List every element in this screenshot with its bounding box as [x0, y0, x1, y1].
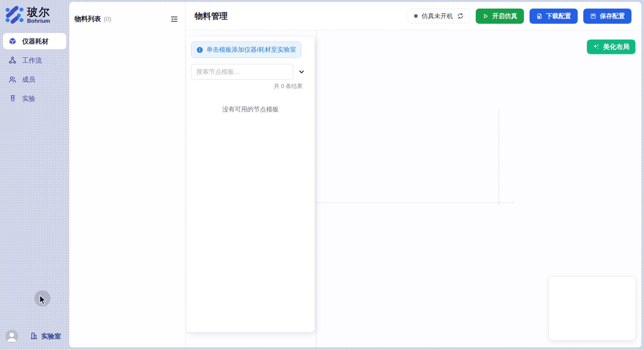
content-area: 物料列表 (0) 物料管理 仿真未开机 [69, 2, 641, 347]
save-config-label: 保存配置 [600, 12, 625, 20]
empty-templates-text: 没有可用的节点模板 [191, 105, 310, 114]
start-simulation-label: 开启仿真 [492, 12, 517, 20]
layout-canvas[interactable]: 单击模板添加仪器/耗材至实验室 共 0 条结果 没有可用的节点模板 [185, 30, 641, 347]
page-title: 物料管理 [195, 11, 228, 21]
sidebar-item-workflow[interactable]: 工作流 [3, 52, 66, 69]
file-download-icon [536, 13, 543, 19]
sidebar: 玻尔 Bohrium 仪器耗材 工作流 [0, 0, 69, 350]
save-config-button[interactable]: 保存配置 [583, 9, 631, 24]
beautify-layout-label: 美化布局 [603, 43, 629, 51]
sidebar-item-label: 实验 [22, 94, 35, 103]
brand-name-en: Bohrium [27, 18, 50, 24]
sidebar-item-instruments[interactable]: 仪器耗材 [3, 33, 66, 49]
node-template-panel: 单击模板添加仪器/耗材至实验室 共 0 条结果 没有可用的节点模板 [186, 37, 314, 332]
bohrium-logo-icon [5, 5, 24, 26]
minimap-panel[interactable] [549, 276, 636, 340]
beautify-layout-button[interactable]: 美化布局 [587, 40, 635, 54]
simulation-status-label: 仿真未开机 [422, 12, 453, 20]
template-hint-banner: 单击模板添加仪器/耗材至实验室 [191, 42, 301, 58]
simulation-status-badge[interactable]: 仿真未开机 [408, 9, 470, 23]
brand-logo: 玻尔 Bohrium [5, 5, 50, 26]
sidebar-footer: 实验室 [5, 330, 61, 343]
refresh-icon[interactable] [457, 13, 464, 19]
save-icon [590, 13, 596, 19]
brand-name-zh: 玻尔 [27, 7, 50, 18]
search-template-input[interactable] [191, 64, 293, 80]
results-count: 共 0 条结果 [191, 82, 310, 90]
sparkles-icon [593, 44, 600, 50]
members-icon [9, 75, 16, 83]
page-header: 物料管理 仿真未开机 [185, 2, 641, 30]
canvas-gridline [499, 109, 499, 205]
lab-entry-label: 实验室 [41, 332, 61, 341]
mouse-cursor [39, 295, 48, 306]
template-hint-text: 单击模板添加仪器/耗材至实验室 [207, 45, 296, 54]
canvas-gridline [316, 30, 317, 347]
canvas-gridline [316, 202, 514, 203]
status-dot-icon [414, 14, 418, 18]
experiment-icon [9, 95, 16, 102]
building-icon [29, 331, 38, 342]
sidebar-menu: 仪器耗材 工作流 成员 [0, 33, 69, 107]
sidebar-item-label: 成员 [22, 75, 35, 84]
materials-list-count: (0) [104, 15, 111, 23]
info-icon [196, 46, 203, 53]
download-config-label: 下载配置 [546, 12, 571, 20]
lab-entry[interactable]: 实验室 [29, 331, 61, 342]
main-column: 物料管理 仿真未开机 [185, 2, 641, 347]
sidebar-item-experiment[interactable]: 实验 [3, 90, 66, 107]
play-icon [482, 13, 489, 19]
start-simulation-button[interactable]: 开启仿真 [476, 9, 524, 24]
collapse-panel-button[interactable] [170, 15, 178, 23]
sidebar-item-label: 工作流 [22, 56, 42, 65]
download-config-button[interactable]: 下载配置 [530, 9, 578, 24]
sidebar-item-members[interactable]: 成员 [3, 71, 66, 88]
cube-icon [9, 37, 16, 45]
materials-list-panel: 物料列表 (0) [69, 2, 185, 347]
materials-list-title: 物料列表 [75, 15, 101, 23]
chevron-down-icon[interactable] [296, 66, 307, 77]
workflow-icon [9, 56, 16, 64]
user-avatar[interactable] [5, 330, 18, 343]
header-actions: 仿真未开机 [408, 9, 631, 24]
sidebar-item-label: 仪器耗材 [22, 37, 48, 46]
